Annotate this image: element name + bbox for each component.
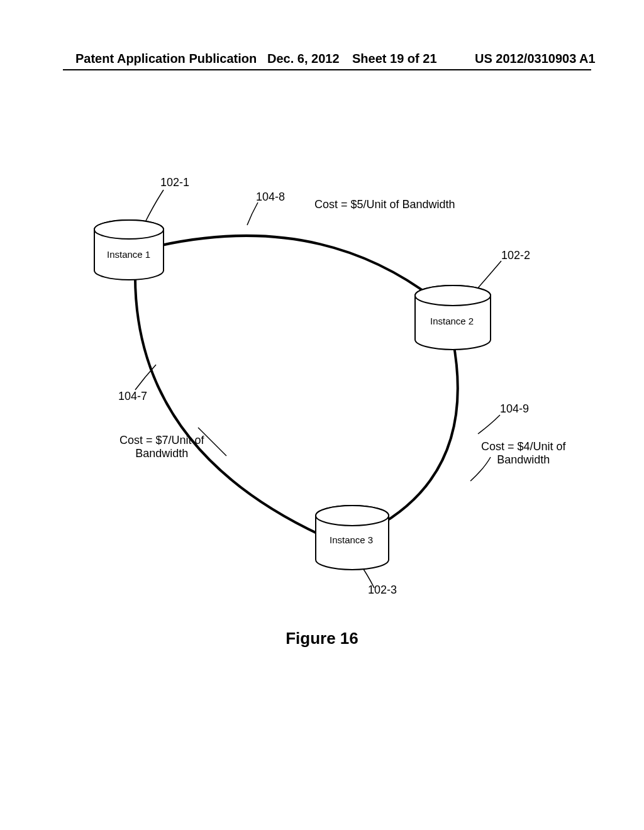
diagram-svg <box>63 170 579 673</box>
header-date: Dec. 6, 2012 <box>267 52 340 66</box>
svg-point-1 <box>94 220 164 239</box>
link-104-7 <box>135 270 333 541</box>
figure-diagram: Instance 1 Instance 2 Instance 3 102-1 1… <box>63 170 579 673</box>
leader-104-9 <box>478 415 500 434</box>
ref-102-2: 102-2 <box>501 249 530 262</box>
cost-label-9: Cost = $4/Unit of Bandwidth <box>481 440 566 467</box>
cost-label-8: Cost = $5/Unit of Bandwidth <box>314 198 455 211</box>
svg-point-3 <box>415 285 491 306</box>
instance-1-label: Instance 1 <box>107 249 150 260</box>
link-104-9 <box>374 340 458 528</box>
ref-102-1: 102-1 <box>160 176 189 189</box>
header-sheet: Sheet 19 of 21 <box>352 52 437 66</box>
header-rule <box>63 69 591 70</box>
ref-104-7: 104-7 <box>118 390 147 403</box>
ref-104-9: 104-9 <box>500 402 529 416</box>
header-left: Patent Application Publication <box>75 52 257 66</box>
instance-3-label: Instance 3 <box>330 534 373 545</box>
leader-102-2 <box>478 261 501 288</box>
page: Patent Application Publication Dec. 6, 2… <box>0 0 644 830</box>
link-104-8 <box>148 236 434 299</box>
instance-2-label: Instance 2 <box>430 316 474 326</box>
figure-caption: Figure 16 <box>0 629 644 648</box>
leader-104-8 <box>247 202 258 225</box>
cost-label-7: Cost = $7/Unit of Bandwidth <box>119 434 204 460</box>
header-pubno: US 2012/0310903 A1 <box>475 52 596 66</box>
ref-104-8: 104-8 <box>256 191 285 204</box>
ref-102-3: 102-3 <box>368 584 397 597</box>
leader-102-1 <box>145 190 164 223</box>
svg-point-5 <box>316 506 389 526</box>
